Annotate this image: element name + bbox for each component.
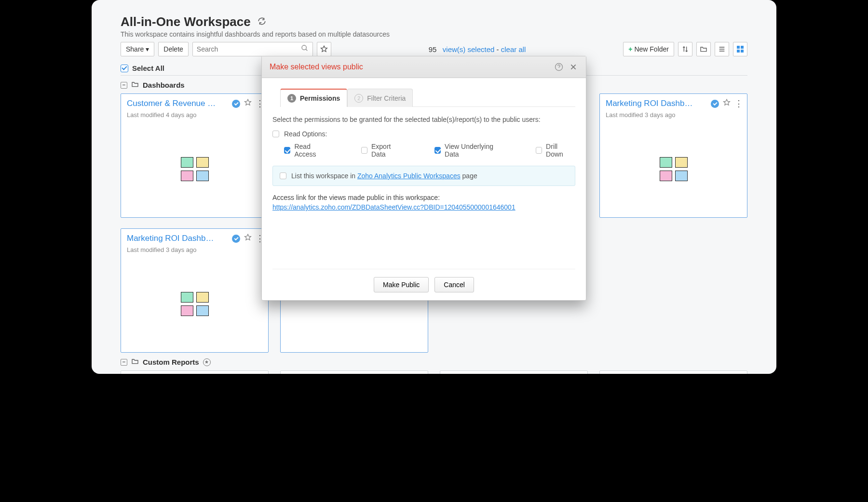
report-card[interactable] — [121, 370, 269, 374]
star-icon[interactable] — [723, 99, 731, 108]
help-icon[interactable] — [554, 62, 564, 72]
cancel-button[interactable]: Cancel — [434, 277, 474, 292]
check-badge-icon — [711, 100, 719, 108]
workspace-subtitle: This workspace contains insightful dashb… — [121, 30, 747, 38]
drill-down-checkbox[interactable] — [536, 147, 542, 154]
search-input-wrap[interactable] — [192, 42, 313, 56]
read-options-label: Read Options: — [284, 130, 327, 138]
make-public-modal: Make selected views public 1Permissions … — [261, 56, 586, 301]
access-link-url[interactable]: https://analytics.zoho.com/ZDBDataSheetV… — [272, 203, 515, 211]
read-access-checkbox[interactable] — [284, 147, 290, 154]
star-badge-icon — [203, 358, 211, 366]
close-icon[interactable] — [569, 62, 578, 72]
folder-custom-reports[interactable]: − Custom Reports — [121, 353, 747, 370]
clear-all-link[interactable]: clear all — [501, 45, 526, 53]
tab-label: Permissions — [300, 94, 340, 102]
card-title[interactable]: Customer & Revenue Da... — [127, 99, 216, 108]
caret-down-icon: ▾ — [146, 45, 149, 53]
search-input[interactable] — [197, 45, 301, 53]
report-card[interactable] — [280, 370, 428, 374]
list-workspace-prefix: List this workspace in — [291, 172, 357, 180]
star-icon[interactable] — [244, 99, 252, 108]
underlying-data-checkbox[interactable] — [434, 147, 441, 154]
report-card[interactable] — [440, 370, 588, 374]
export-data-label: Export Data — [371, 143, 406, 158]
new-folder-label: New Folder — [634, 45, 669, 53]
new-folder-button[interactable]: +New Folder — [623, 42, 674, 56]
permissions-instruction: Select the permissions to be granted for… — [272, 116, 575, 123]
report-card[interactable] — [599, 370, 747, 374]
tab-filter-criteria[interactable]: 2Filter Criteria — [347, 89, 413, 107]
tab-number: 2 — [354, 94, 363, 103]
card-thumbnail — [600, 123, 747, 215]
select-all-label: Select All — [132, 64, 164, 72]
dashboard-card[interactable]: Customer & Revenue Da... Last modified 4… — [121, 93, 269, 218]
card-modified: Last modified 3 days ago — [127, 246, 262, 253]
dashboard-card[interactable]: Marketing ROI Dashboar... Last modified … — [121, 228, 269, 353]
kebab-icon[interactable]: ⋮ — [734, 102, 743, 106]
list-workspace-suffix: page — [461, 172, 477, 180]
workspace-title: All-in-One Workspace — [121, 14, 251, 29]
delete-button[interactable]: Delete — [158, 42, 188, 56]
make-public-button[interactable]: Make Public — [374, 277, 429, 292]
card-thumbnail — [121, 258, 268, 350]
views-selected-link[interactable]: view(s) selected — [443, 45, 495, 53]
list-view-button[interactable] — [715, 42, 729, 56]
selection-count: 95 — [429, 45, 437, 53]
underlying-data-label: View Underlying Data — [445, 143, 507, 158]
tab-label: Filter Criteria — [367, 94, 406, 102]
tab-number: 1 — [287, 94, 296, 103]
card-title[interactable]: Marketing ROI Dashboard — [606, 99, 695, 108]
card-title[interactable]: Marketing ROI Dashboar... — [127, 234, 216, 243]
access-link-label: Access link for the views made public in… — [272, 194, 575, 201]
favorite-filter-button[interactable] — [317, 42, 331, 56]
plus-icon: + — [628, 45, 632, 53]
selection-summary: 95 view(s) selected - clear all — [335, 45, 619, 53]
refresh-icon[interactable] — [258, 17, 266, 27]
list-workspace-row: List this workspace in Zoho Analytics Pu… — [272, 166, 575, 186]
list-workspace-checkbox[interactable] — [280, 172, 286, 179]
sep: - — [497, 45, 501, 53]
read-access-label: Read Access — [294, 143, 332, 158]
grid-view-button[interactable] — [733, 42, 747, 56]
collapse-icon[interactable]: − — [121, 359, 127, 366]
public-workspaces-link[interactable]: Zoho Analytics Public Workspaces — [357, 172, 461, 180]
collapse-icon[interactable]: − — [121, 82, 127, 89]
check-badge-icon — [232, 100, 240, 108]
tab-permissions[interactable]: 1Permissions — [280, 89, 347, 107]
folder-view-button[interactable] — [696, 42, 711, 56]
folder-icon — [131, 80, 139, 90]
svg-point-0 — [302, 45, 306, 50]
card-modified: Last modified 4 days ago — [127, 111, 262, 119]
dashboard-card[interactable]: Marketing ROI Dashboard Last modified 3 … — [599, 93, 747, 218]
drill-down-label: Drill Down — [546, 143, 575, 158]
folder-icon — [131, 357, 139, 367]
export-data-checkbox[interactable] — [361, 147, 367, 154]
search-icon — [301, 44, 309, 54]
share-button[interactable]: Share▾ — [121, 42, 154, 56]
check-badge-icon — [232, 235, 240, 243]
card-thumbnail — [121, 123, 268, 215]
select-all-checkbox[interactable] — [121, 65, 128, 72]
read-options-checkbox[interactable] — [272, 131, 279, 137]
star-icon[interactable] — [244, 234, 252, 243]
card-modified: Last modified 3 days ago — [606, 111, 741, 119]
share-label: Share — [126, 45, 144, 53]
modal-title: Make selected views public — [270, 63, 549, 71]
sort-button[interactable] — [678, 42, 692, 56]
folder-name: Dashboards — [143, 81, 185, 89]
folder-name: Custom Reports — [143, 358, 199, 366]
